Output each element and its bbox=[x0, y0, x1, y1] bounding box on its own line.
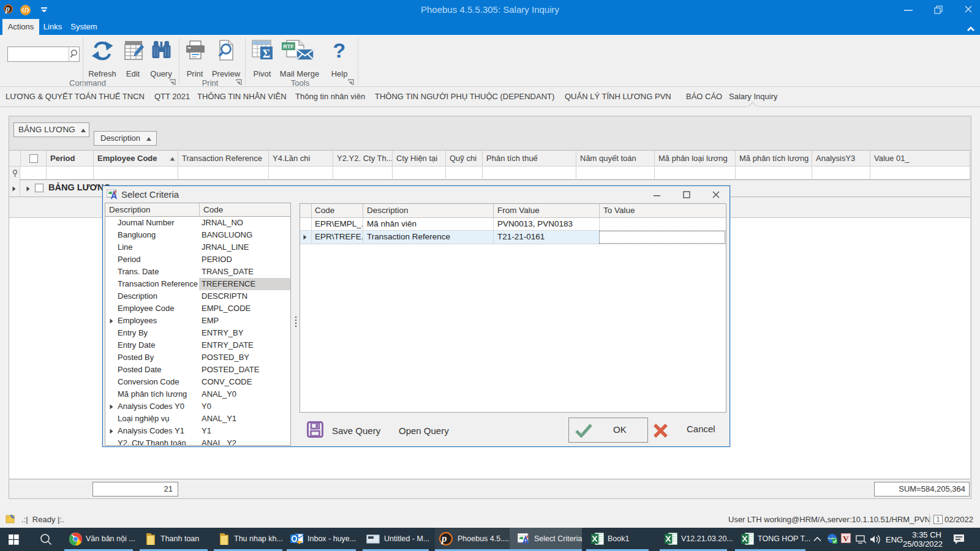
svg-text:RTF: RTF bbox=[283, 43, 294, 50]
svg-text:Σ: Σ bbox=[263, 47, 270, 60]
